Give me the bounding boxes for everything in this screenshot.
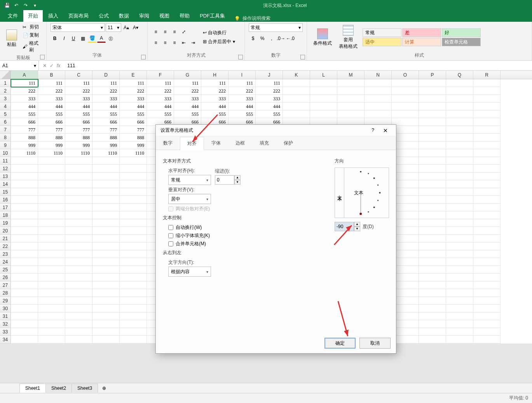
cell[interactable] [283, 103, 310, 110]
cell[interactable] [473, 118, 501, 126]
cell[interactable] [65, 196, 92, 204]
cell[interactable] [11, 320, 38, 328]
cell[interactable] [92, 336, 120, 344]
cell[interactable]: 222 [65, 87, 92, 95]
cell[interactable] [473, 266, 501, 274]
cell[interactable] [446, 320, 473, 328]
degree-spinner[interactable]: ▲▼ [335, 222, 360, 231]
border-button[interactable]: ▦ [78, 34, 87, 43]
row-header[interactable]: 34 [0, 336, 11, 344]
cell[interactable] [446, 79, 473, 87]
wrap-text-checkbox[interactable] [168, 225, 173, 230]
cancel-button[interactable]: 取消 [359, 338, 391, 349]
cell[interactable] [11, 289, 38, 297]
cell[interactable] [65, 188, 92, 196]
number-launcher[interactable] [300, 55, 305, 59]
row-header[interactable]: 22 [0, 242, 11, 250]
tab-help[interactable]: 帮助 [175, 10, 194, 22]
cell[interactable] [120, 173, 147, 180]
cell[interactable] [120, 219, 147, 227]
cell[interactable] [310, 110, 337, 118]
cell[interactable] [419, 320, 446, 328]
select-all-corner[interactable] [0, 71, 11, 79]
cell[interactable] [446, 227, 473, 235]
cell[interactable] [446, 173, 473, 180]
cell[interactable] [92, 250, 120, 258]
cell[interactable]: 999 [38, 141, 65, 149]
format-painter-button[interactable]: 🖌格式刷 [22, 40, 42, 54]
degree-input[interactable] [335, 222, 354, 231]
cell[interactable] [419, 103, 446, 110]
cell[interactable] [38, 297, 65, 305]
cell[interactable] [92, 204, 120, 211]
cell[interactable]: 222 [256, 87, 283, 95]
cell[interactable] [419, 118, 446, 126]
cell[interactable]: 888 [65, 134, 92, 141]
cell[interactable]: 444 [120, 103, 147, 110]
paste-button[interactable]: 粘贴 [4, 28, 19, 49]
cell[interactable] [419, 95, 446, 103]
cell[interactable] [65, 320, 92, 328]
cell[interactable] [392, 79, 419, 87]
italic-button[interactable]: I [60, 34, 68, 43]
cell[interactable] [473, 258, 501, 266]
cell[interactable] [120, 227, 147, 235]
cell[interactable] [446, 297, 473, 305]
cell[interactable] [11, 235, 38, 242]
name-box[interactable]: A1▾ [0, 61, 39, 70]
row-header[interactable]: 29 [0, 297, 11, 305]
cell[interactable] [38, 266, 65, 274]
tab-file[interactable]: 文件 [3, 10, 23, 22]
cell[interactable] [38, 281, 65, 289]
cell[interactable] [11, 328, 38, 336]
row-header[interactable]: 24 [0, 258, 11, 266]
cell[interactable] [419, 141, 446, 149]
cell[interactable]: 111 [120, 79, 147, 87]
cell[interactable] [473, 95, 501, 103]
cell[interactable] [473, 235, 501, 242]
degree-down[interactable]: ▼ [354, 227, 360, 231]
conditional-format-button[interactable]: 条件格式 [311, 27, 334, 48]
col-header-G[interactable]: G [174, 71, 201, 79]
row-header[interactable]: 23 [0, 250, 11, 258]
cell[interactable] [365, 103, 392, 110]
undo-icon[interactable]: ↶ [13, 2, 19, 9]
cell[interactable] [419, 266, 446, 274]
font-launcher[interactable] [141, 55, 146, 59]
v-align-combo[interactable]: 居中▾ [168, 194, 211, 204]
cell[interactable]: 555 [92, 110, 120, 118]
cell[interactable]: 999 [65, 141, 92, 149]
cell[interactable]: 444 [38, 103, 65, 110]
cell[interactable] [310, 95, 337, 103]
col-header-J[interactable]: J [256, 71, 283, 79]
cell[interactable] [11, 281, 38, 289]
cell[interactable]: 555 [38, 110, 65, 118]
cell[interactable] [283, 95, 310, 103]
cell[interactable] [473, 157, 501, 165]
col-header-L[interactable]: L [310, 71, 337, 79]
cell[interactable] [38, 188, 65, 196]
cell[interactable]: 888 [11, 134, 38, 141]
col-header-A[interactable]: A [11, 71, 38, 79]
cell[interactable] [11, 305, 38, 312]
cell[interactable] [446, 312, 473, 320]
cell[interactable] [419, 274, 446, 281]
cell[interactable] [11, 219, 38, 227]
cell[interactable]: 777 [65, 126, 92, 134]
cell[interactable] [11, 242, 38, 250]
cell[interactable] [38, 196, 65, 204]
col-header-Q[interactable]: Q [446, 71, 473, 79]
cell[interactable]: 666 [92, 118, 120, 126]
cell[interactable] [65, 328, 92, 336]
cell[interactable] [38, 320, 65, 328]
cell[interactable] [446, 235, 473, 242]
cell[interactable] [92, 242, 120, 250]
cell[interactable] [92, 305, 120, 312]
col-header-K[interactable]: K [283, 71, 310, 79]
qat-more-icon[interactable]: ▾ [32, 2, 38, 9]
cell[interactable] [38, 165, 65, 173]
cell[interactable] [473, 274, 501, 281]
fill-color-button[interactable]: 🪣 [88, 34, 96, 43]
cell[interactable] [92, 227, 120, 235]
cell[interactable] [419, 336, 446, 344]
